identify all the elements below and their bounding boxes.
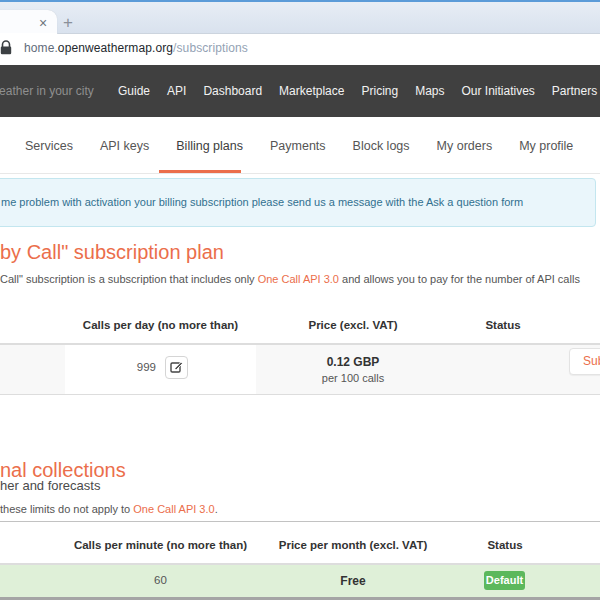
description-text: and allows you to pay for the number of …: [339, 273, 580, 285]
tab-my-profile[interactable]: My profile: [519, 139, 573, 153]
column-header-calls-per-day: Calls per day (no more than): [65, 319, 256, 331]
subscribe-button[interactable]: Subscribe: [569, 348, 600, 375]
browser-tab[interactable]: [0, 10, 57, 35]
url-domain: openweathermap.org: [58, 41, 173, 55]
collections-note: these limits do not apply to One Call AP…: [0, 503, 218, 515]
status-badge: Default: [484, 571, 525, 590]
nav-link-marketplace[interactable]: Marketplace: [279, 84, 344, 98]
site-navbar: Weather in your city Guide API Dashboard…: [0, 65, 600, 117]
pay-by-call-heading: by Call" subscription plan: [0, 241, 224, 264]
account-tabs: Services API keys Billing plans Payments…: [25, 117, 600, 174]
info-banner: me problem with activation your billing …: [0, 178, 596, 227]
collections-subheading: her and forecasts: [0, 478, 100, 493]
nav-link-maps[interactable]: Maps: [415, 84, 444, 98]
nav-link-api[interactable]: API: [167, 84, 186, 98]
nav-link-pricing[interactable]: Pricing: [361, 84, 398, 98]
tab-billing-plans[interactable]: Billing plans: [176, 139, 243, 153]
browser-toolbar: home.openweathermap.org/subscriptions: [0, 33, 600, 65]
browser-tab-bar: × +: [0, 2, 600, 33]
table-top-border: [0, 521, 600, 522]
tab-block-logs[interactable]: Block logs: [353, 139, 410, 153]
edit-calls-button[interactable]: [165, 356, 188, 379]
note-text: .: [215, 503, 218, 515]
toolbar-divider: [57, 33, 600, 34]
column-header-price-per-month: Price per month (excl. VAT): [256, 539, 450, 551]
price-per-month-value: Free: [256, 574, 450, 588]
url-path: /subscriptions: [173, 41, 248, 55]
calls-per-day-cell: [65, 345, 256, 394]
nav-link-guide[interactable]: Guide: [118, 84, 150, 98]
pay-by-call-description: Call" subscription is a subscription tha…: [0, 273, 580, 285]
nav-link-dashboard[interactable]: Dashboard: [203, 84, 262, 98]
one-call-api-link[interactable]: One Call API 3.0: [258, 273, 339, 285]
tab-services[interactable]: Services: [25, 139, 73, 153]
calls-per-day-value: 999: [100, 361, 156, 373]
tab-api-keys[interactable]: API keys: [100, 139, 149, 153]
price-cell: 0.12 GBP per 100 calls: [256, 355, 450, 384]
tab-my-orders[interactable]: My orders: [437, 139, 493, 153]
column-header-price: Price (excl. VAT): [256, 319, 450, 331]
account-nav: Services API keys Billing plans Payments…: [0, 117, 600, 174]
edit-icon: [170, 359, 183, 377]
close-icon[interactable]: ×: [39, 16, 47, 30]
price-value: 0.12 GBP: [256, 355, 450, 369]
description-text: Call" subscription is a subscription tha…: [0, 273, 258, 285]
lock-icon[interactable]: [0, 40, 12, 55]
column-header-status: Status: [445, 539, 565, 551]
note-text: these limits do not apply to: [0, 503, 133, 515]
new-tab-icon[interactable]: +: [63, 14, 73, 31]
url-address[interactable]: home.openweathermap.org/subscriptions: [24, 41, 248, 55]
column-header-calls-per-minute: Calls per minute (no more than): [65, 539, 256, 551]
one-call-api-link[interactable]: One Call API 3.0: [133, 503, 214, 515]
calls-per-minute-value: 60: [65, 574, 256, 586]
column-header-status: Status: [445, 319, 561, 331]
search-input[interactable]: Weather in your city: [0, 65, 94, 117]
browser-window: × + home.openweathermap.org/subscription…: [0, 0, 600, 600]
tab-payments[interactable]: Payments: [270, 139, 326, 153]
active-tab-underline: [159, 170, 241, 173]
info-banner-text: me problem with activation your billing …: [1, 196, 523, 208]
url-subdomain: home.: [24, 41, 58, 55]
nav-link-partners[interactable]: Partners: [552, 84, 597, 98]
table-row-border: [0, 394, 600, 395]
price-unit: per 100 calls: [256, 372, 450, 384]
navbar-links: Guide API Dashboard Marketplace Pricing …: [118, 65, 600, 117]
nav-link-our-initiatives[interactable]: Our Initiatives: [462, 84, 535, 98]
